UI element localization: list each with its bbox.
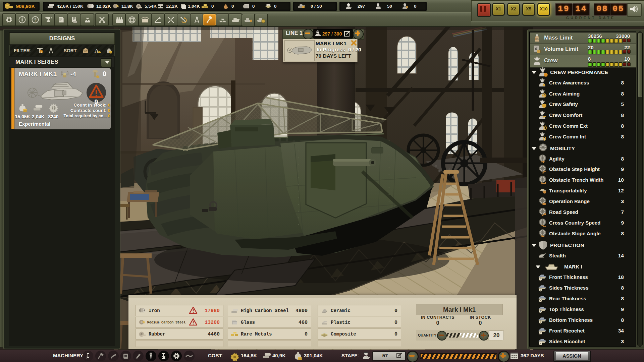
svg-text:KG: KG (84, 50, 87, 52)
svg-text:F: F (540, 278, 541, 281)
svg-text:T: T (540, 310, 541, 313)
svg-text:S: S (540, 289, 541, 291)
svg-text:1: 1 (40, 50, 42, 53)
svg-text:B: B (540, 321, 541, 323)
svg-text:KG: KG (535, 38, 539, 40)
svg-text:?: ? (538, 50, 539, 53)
svg-text:R: R (540, 300, 541, 302)
svg-text:?: ? (34, 17, 37, 22)
